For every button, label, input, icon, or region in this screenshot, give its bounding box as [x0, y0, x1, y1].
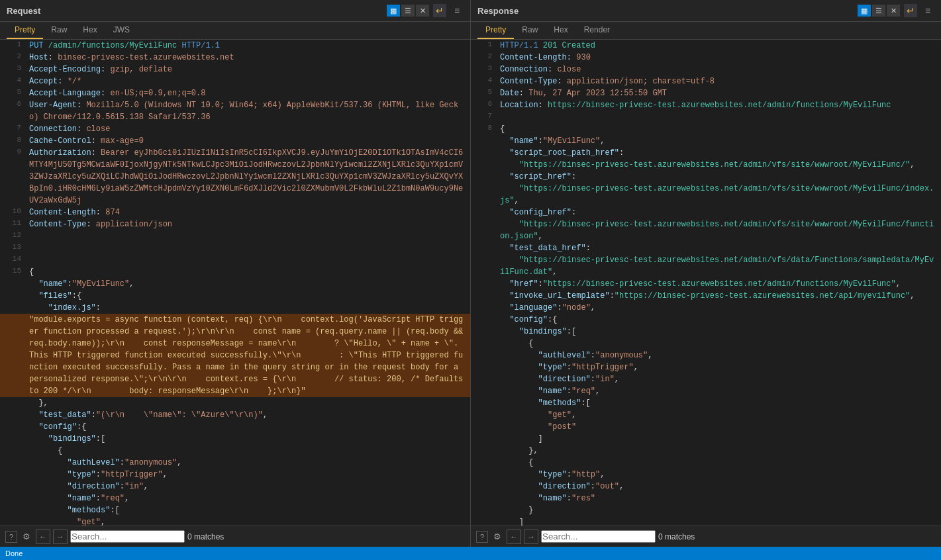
view-list-btn-request[interactable]: ☰ — [401, 5, 415, 17]
view-close-btn-response[interactable]: ✕ — [887, 5, 900, 17]
help-btn-left[interactable]: ? — [5, 531, 17, 543]
code-line: 6 Location: https://binsec-privesc-test.… — [471, 99, 941, 111]
code-line: 5 Date: Thu, 27 Apr 2023 12:55:50 GMT — [471, 87, 941, 99]
code-line: "direction":"in", — [0, 481, 470, 492]
code-line: 8 { — [471, 123, 941, 135]
tab-request-hex[interactable]: Hex — [75, 22, 105, 39]
match-count-right: 0 matches — [658, 532, 695, 541]
code-line: "https://binsec-privesc-test.azurewebsit… — [471, 218, 941, 242]
code-line: 10 Content-Length: 874 — [0, 207, 470, 218]
code-line: "type":"httpTrigger", — [0, 469, 470, 481]
wrap-btn-request[interactable]: ↵ — [433, 4, 446, 17]
code-line: "https://binsec-privesc-test.azurewebsit… — [471, 254, 941, 278]
code-line: 14 — [0, 254, 470, 266]
code-line: "bindings":[ — [0, 433, 470, 445]
code-line: "config":{ — [471, 314, 941, 326]
code-line: "type":"httpTrigger", — [471, 361, 941, 373]
status-text: Done — [5, 549, 23, 557]
code-line: "config":{ — [0, 421, 470, 433]
code-line: }, — [471, 445, 941, 457]
prev-btn-left[interactable]: ← — [36, 530, 50, 544]
code-line: } — [471, 504, 941, 516]
code-line: 2 Content-Length: 930 — [471, 52, 941, 64]
code-line: "https://binsec-privesc-test.azurewebsit… — [471, 183, 941, 207]
code-line: "script_root_path_href": — [471, 147, 941, 159]
code-line: 1 PUT /admin/functions/MyEvilFunc HTTP/1… — [0, 40, 470, 52]
code-line: 9 Authorization: Bearer eyJhbGci0iJIUzI1… — [0, 147, 470, 207]
response-panel: Response ▦ ☰ ✕ ↵ ≡ Pretty Raw Hex Render… — [471, 0, 941, 526]
response-title: Response — [477, 6, 519, 16]
code-line: "test_data":"(\r\n \"name\": \"Azure\"\r… — [0, 409, 470, 421]
code-line: ] — [471, 516, 941, 526]
search-input-right[interactable] — [541, 530, 656, 543]
search-input-left[interactable] — [70, 530, 185, 543]
tab-response-pretty[interactable]: Pretty — [477, 22, 514, 39]
code-line: "name":"MyEvilFunc", — [0, 278, 470, 290]
view-close-btn-request[interactable]: ✕ — [416, 5, 429, 17]
match-count-left: 0 matches — [187, 532, 224, 541]
code-line: "invoke_url_template":"https://binsec-pr… — [471, 290, 941, 302]
code-line: "authLevel":"anonymous", — [471, 350, 941, 361]
code-line: 8 Cache-Control: max-age=0 — [0, 135, 470, 147]
code-line: "files":{ — [0, 290, 470, 302]
code-line: "href":"https://binsec-privesc-test.azur… — [471, 278, 941, 290]
prev-btn-right[interactable]: ← — [507, 530, 521, 544]
code-line: 7 — [471, 111, 941, 123]
status-bar: Done — [0, 547, 941, 560]
code-line: "name":"MyEvilFunc", — [471, 135, 941, 147]
code-line: { — [471, 338, 941, 350]
code-line: "direction":"out", — [471, 481, 941, 492]
menu-btn-request[interactable]: ≡ — [450, 4, 464, 17]
next-btn-left[interactable]: → — [53, 530, 68, 544]
code-line: ] — [471, 433, 941, 445]
code-line: { — [0, 445, 470, 457]
response-header: Response ▦ ☰ ✕ ↵ ≡ — [471, 0, 941, 22]
code-line: 1 HTTP/1.1 201 Created — [471, 40, 941, 52]
response-code-area[interactable]: 1 HTTP/1.1 201 Created 2 Content-Length:… — [471, 40, 941, 526]
tab-response-render[interactable]: Render — [576, 22, 618, 39]
code-line: 11 Content-Type: application/json — [0, 218, 470, 230]
code-line: "https://binsec-privesc-test.azurewebsit… — [471, 159, 941, 171]
code-line: "methods":[ — [0, 504, 470, 516]
tab-response-raw[interactable]: Raw — [514, 22, 546, 39]
code-line: "script_href": — [471, 171, 941, 183]
request-panel: Request ▦ ☰ ✕ ↵ ≡ Pretty Raw Hex JWS 1 P… — [0, 0, 471, 526]
code-line: "type":"http", — [471, 469, 941, 481]
code-line: "get", — [471, 409, 941, 421]
wrap-btn-response[interactable]: ↵ — [904, 4, 917, 17]
code-line: 5 Accept-Language: en-US;q=0.9,en;q=0.8 — [0, 87, 470, 99]
request-toolbar: ▦ ☰ ✕ ↵ ≡ — [387, 4, 464, 17]
menu-btn-response[interactable]: ≡ — [921, 4, 934, 17]
settings-btn-left[interactable]: ⚙ — [20, 530, 33, 543]
request-tab-bar: Pretty Raw Hex JWS — [0, 22, 470, 40]
code-line: "get", — [0, 516, 470, 526]
bottom-left-panel: ? ⚙ ← → 0 matches — [0, 526, 471, 547]
tab-request-pretty[interactable]: Pretty — [7, 22, 43, 39]
view-grid-btn-request[interactable]: ▦ — [387, 5, 400, 17]
code-line: "config_href": — [471, 207, 941, 218]
view-grid-btn-response[interactable]: ▦ — [858, 5, 871, 17]
view-list-btn-response[interactable]: ☰ — [872, 5, 885, 17]
code-line: 13 — [0, 242, 470, 254]
request-code-area[interactable]: 1 PUT /admin/functions/MyEvilFunc HTTP/1… — [0, 40, 470, 526]
code-line: "authLevel":"anonymous", — [0, 457, 470, 469]
code-line: "name":"res" — [471, 492, 941, 504]
code-line: 6 User-Agent: Mozilla/5.0 (Windows NT 10… — [0, 99, 470, 123]
settings-btn-right[interactable]: ⚙ — [491, 530, 504, 543]
next-btn-right[interactable]: → — [524, 530, 538, 544]
help-btn-right[interactable]: ? — [476, 531, 488, 543]
tab-request-jws[interactable]: JWS — [105, 22, 138, 39]
response-toolbar: ▦ ☰ ✕ ↵ ≡ — [858, 4, 934, 17]
code-line: "name":"req", — [0, 492, 470, 504]
code-line: 2 Host: binsec-privesc-test.azurewebsite… — [0, 52, 470, 64]
view-toggle-response: ▦ ☰ ✕ — [858, 5, 900, 17]
tab-response-hex[interactable]: Hex — [546, 22, 575, 39]
code-line: 12 — [0, 230, 470, 242]
request-title: Request — [7, 6, 40, 16]
view-toggle-request: ▦ ☰ ✕ — [387, 5, 429, 17]
tab-request-raw[interactable]: Raw — [43, 22, 75, 39]
code-line: 7 Connection: close — [0, 123, 470, 135]
code-line: 15 { — [0, 266, 470, 278]
response-tab-bar: Pretty Raw Hex Render — [471, 22, 941, 40]
code-line: "methods":[ — [471, 397, 941, 409]
